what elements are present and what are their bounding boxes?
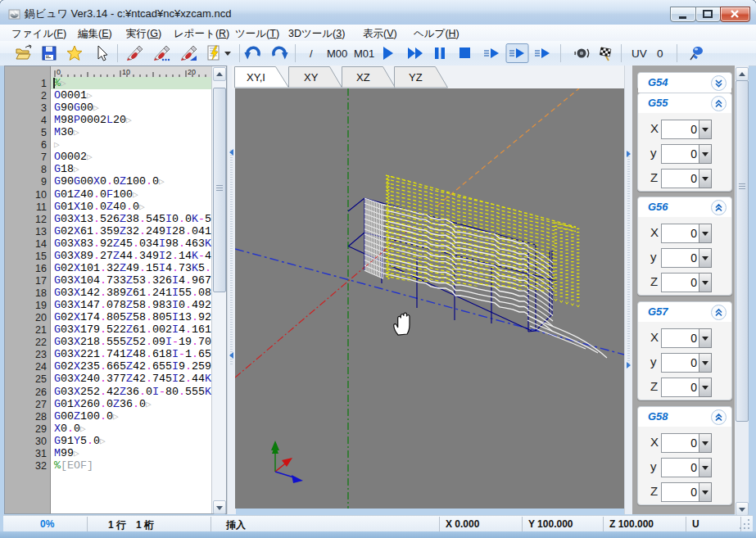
svg-text:XY: XY [304,71,319,84]
svg-text:UV: UV [632,47,647,60]
svg-text:XZ: XZ [356,71,370,84]
svg-text:M01: M01 [354,47,374,60]
svg-text:10: 10 [122,68,130,76]
svg-text:0: 0 [657,47,663,60]
svg-text:20: 20 [188,68,196,76]
svg-text:M00: M00 [327,47,347,60]
svg-text:/: / [310,47,313,60]
svg-text:XY,I: XY,I [247,71,265,84]
svg-text:0: 0 [57,68,61,76]
svg-text:YZ: YZ [409,71,423,84]
